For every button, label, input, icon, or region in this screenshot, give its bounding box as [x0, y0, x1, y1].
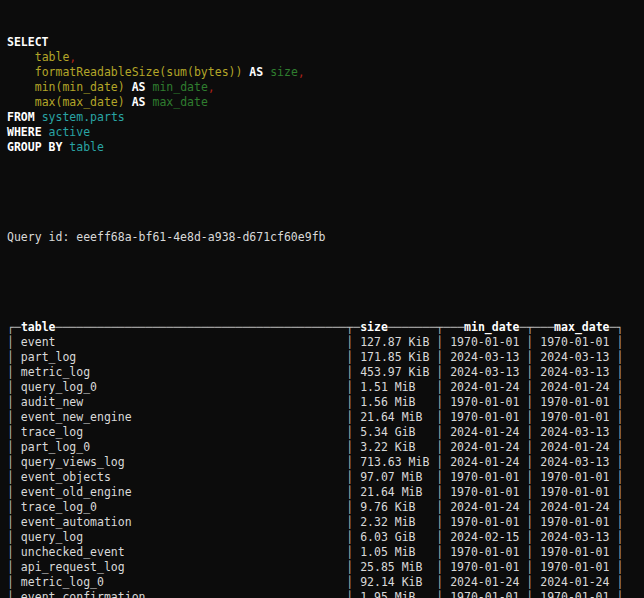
table-cell: 1970-01-01 [443, 515, 526, 529]
sql-token [35, 110, 42, 124]
table-border: │ [616, 560, 623, 574]
table-cell: 1970-01-01 [533, 395, 616, 409]
sql-line: min(min_date) AS min_date, [7, 80, 644, 95]
table-cell: 2024-01-24 [443, 380, 526, 394]
table-cell: 1.51 MiB [353, 380, 436, 394]
table-border: │ [7, 590, 14, 598]
table-cell: 2024-01-24 [533, 380, 616, 394]
table-cell: 1970-01-01 [443, 395, 526, 409]
table-cell: 5.34 GiB [353, 425, 436, 439]
sql-line: table, [7, 50, 644, 65]
table-cell: 2024-01-24 [533, 500, 616, 514]
table-border: │ [7, 425, 14, 439]
sql-token: WHERE [7, 125, 42, 139]
result-table: ┌─table─────────────────────────────────… [7, 320, 644, 598]
table-cell: 2024-01-24 [443, 440, 526, 454]
sql-token: AS [132, 95, 146, 109]
table-border: │ [616, 515, 623, 529]
table-border: │ [7, 530, 14, 544]
table-border: │ [7, 545, 14, 559]
table-cell: 1970-01-01 [443, 545, 526, 559]
table-cell: event_automation [14, 515, 346, 529]
table-cell: 9.76 KiB [353, 500, 436, 514]
table-cell: 1970-01-01 [533, 545, 616, 559]
table-border: │ [616, 410, 623, 424]
table-border: │ [616, 545, 623, 559]
table-border: │ [7, 470, 14, 484]
terminal-window: SELECT table, formatReadableSize(sum(byt… [0, 0, 644, 598]
table-cell: part_log_0 [14, 440, 346, 454]
table-cell: 2024-03-13 [443, 365, 526, 379]
table-cell: 2024-01-24 [443, 575, 526, 589]
table-cell: 1970-01-01 [443, 470, 526, 484]
table-cell: part_log [14, 350, 346, 364]
table-row: │ part_log_0 │ 3.22 KiB │ 2024-01-24 │ 2… [7, 440, 644, 455]
table-border: │ [616, 590, 623, 598]
sql-query: SELECT table, formatReadableSize(sum(byt… [7, 35, 644, 155]
sql-token: max_date [152, 95, 207, 109]
table-cell: 25.85 MiB [353, 560, 436, 574]
table-cell: 2024-03-13 [533, 530, 616, 544]
sql-token: SELECT [7, 35, 49, 49]
table-border: │ [616, 425, 623, 439]
table-border: │ [7, 350, 14, 364]
table-border: ─── [533, 320, 554, 334]
table-cell: 127.87 KiB [353, 335, 436, 349]
column-header: max_date [554, 320, 609, 334]
table-cell: 21.64 MiB [353, 410, 436, 424]
table-border: │ [616, 470, 623, 484]
table-row: │ query_log_0 │ 1.51 MiB │ 2024-01-24 │ … [7, 380, 644, 395]
table-cell: 2024-03-13 [533, 365, 616, 379]
table-cell: 1970-01-01 [533, 485, 616, 499]
table-row: │ event │ 127.87 KiB │ 1970-01-01 │ 1970… [7, 335, 644, 350]
table-border: │ [616, 350, 623, 364]
table-border: │ [616, 440, 623, 454]
table-row: │ unchecked_event │ 1.05 MiB │ 1970-01-0… [7, 545, 644, 560]
table-row: │ trace_log │ 5.34 GiB │ 2024-01-24 │ 20… [7, 425, 644, 440]
table-cell: 97.07 MiB [353, 470, 436, 484]
sql-token: table [69, 140, 104, 154]
table-cell: 2024-03-13 [533, 455, 616, 469]
sql-token: table [35, 50, 70, 64]
sql-token: min_date [152, 80, 207, 94]
table-cell: 1970-01-01 [443, 590, 526, 598]
table-border: │ [616, 335, 623, 349]
sql-token: max(max_date) [35, 95, 125, 109]
table-border: │ [616, 530, 623, 544]
table-cell: event_new_engine [14, 410, 346, 424]
table-border: │ [616, 380, 623, 394]
sql-line: max(max_date) AS max_date [7, 95, 644, 110]
table-cell: 1970-01-01 [533, 410, 616, 424]
table-cell: 21.64 MiB [353, 485, 436, 499]
table-row: │ metric_log_0 │ 92.14 KiB │ 2024-01-24 … [7, 575, 644, 590]
sql-line: formatReadableSize(sum(bytes)) AS size, [7, 65, 644, 80]
table-border: ─ [14, 320, 21, 334]
table-cell: 2024-01-24 [533, 440, 616, 454]
sql-token: min(min_date) [35, 80, 125, 94]
sql-token: FROM [7, 110, 35, 124]
table-cell: query_log [14, 530, 346, 544]
spacer [7, 185, 644, 200]
table-cell: 2024-01-24 [443, 425, 526, 439]
table-cell: metric_log_0 [14, 575, 346, 589]
table-cell: 1970-01-01 [533, 470, 616, 484]
sql-line: GROUP BY table [7, 140, 644, 155]
table-row: │ event_new_engine │ 21.64 MiB │ 1970-01… [7, 410, 644, 425]
table-cell: api_request_log [14, 560, 346, 574]
table-border: │ [7, 515, 14, 529]
table-border: │ [616, 455, 623, 469]
table-row: │ query_views_log │ 713.63 MiB │ 2024-01… [7, 455, 644, 470]
spacer [7, 275, 644, 290]
table-cell: 2024-02-15 [443, 530, 526, 544]
table-cell: 3.22 KiB [353, 440, 436, 454]
table-border: │ [616, 395, 623, 409]
table-cell: 1970-01-01 [443, 485, 526, 499]
sql-token: system.parts [42, 110, 125, 124]
table-border: ┐ [616, 320, 623, 334]
table-cell: 1970-01-01 [443, 410, 526, 424]
table-row: │ query_log │ 6.03 GiB │ 2024-02-15 │ 20… [7, 530, 644, 545]
table-cell: 2024-01-24 [443, 455, 526, 469]
table-row: │ event_objects │ 97.07 MiB │ 1970-01-01… [7, 470, 644, 485]
table-row: │ event_old_engine │ 21.64 MiB │ 1970-01… [7, 485, 644, 500]
table-border: │ [616, 575, 623, 589]
